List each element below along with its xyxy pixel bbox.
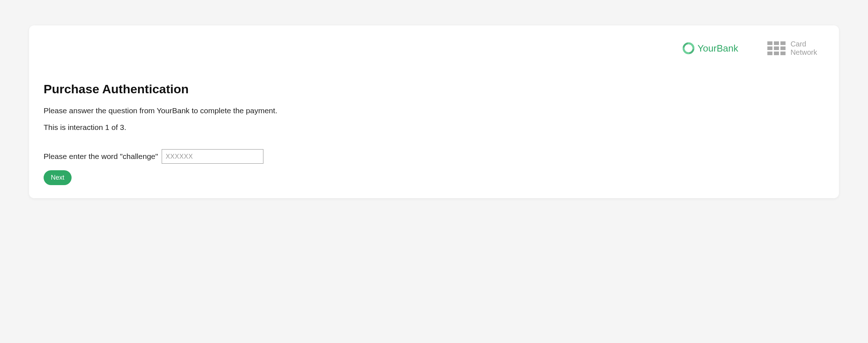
instruction-text: Please answer the question from YourBank… — [44, 106, 824, 115]
logo-row: YourBank Card Network — [44, 40, 824, 57]
grid-icon — [767, 41, 786, 55]
challenge-row: Please enter the word "challenge" — [44, 149, 824, 164]
card-network-text: Card Network — [791, 40, 817, 57]
step-indicator: This is interaction 1 of 3. — [44, 123, 824, 132]
card-network-line2: Network — [791, 48, 817, 57]
bank-logo: YourBank — [682, 42, 738, 54]
card-network-logo: Card Network — [767, 40, 817, 57]
bank-logo-icon — [682, 42, 695, 54]
challenge-input[interactable] — [162, 149, 263, 164]
page-title: Purchase Authentication — [44, 82, 824, 96]
next-button[interactable]: Next — [44, 170, 72, 185]
auth-card: YourBank Card Network Purchase Authentic… — [29, 25, 839, 198]
challenge-label: Please enter the word "challenge" — [44, 152, 158, 161]
card-network-line1: Card — [791, 40, 817, 48]
bank-logo-text: YourBank — [698, 43, 738, 54]
